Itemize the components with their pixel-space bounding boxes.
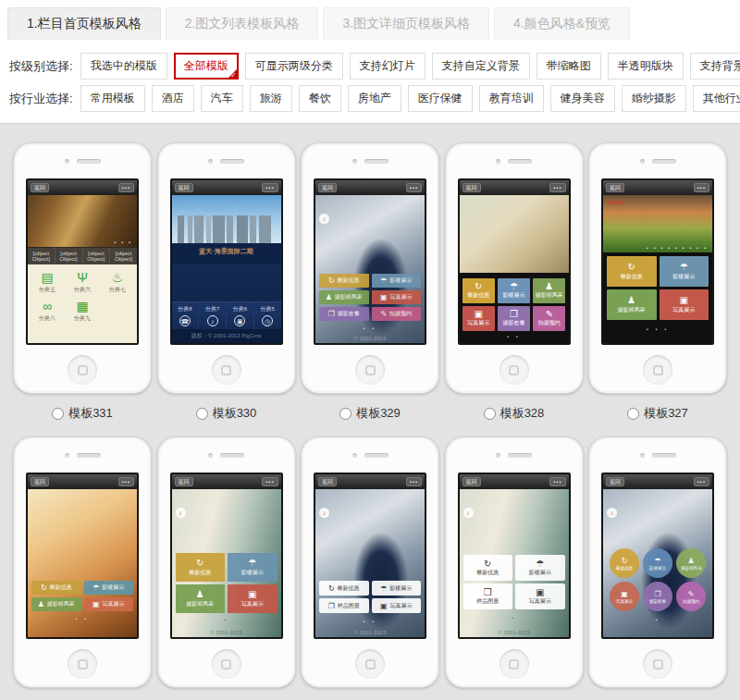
tile-label: 拍摄预约 <box>683 598 699 604</box>
filter-button[interactable]: 汽车 <box>201 85 243 112</box>
filter-label: 酒店 <box>162 92 184 104</box>
screen-titlebar: 返回 ••• <box>315 180 425 195</box>
menu-dots-icon: ••• <box>262 183 278 192</box>
screen-tile: ♟ 摄影师风采 <box>533 278 565 303</box>
template-preview[interactable]: 返回 ••• ↻ 最新优惠 ☂ 影楼展示 ♟ 摄影师风采 ▣ 写真展示 • • <box>26 473 139 639</box>
filter-button[interactable]: 房地产 <box>348 85 401 112</box>
template-preview[interactable]: 返回 ••• ↻ 最新优惠 ☂ 影楼展示 ♟ 摄影师风采 ▣ 写真展示 • © … <box>170 473 283 639</box>
camera-dot <box>496 159 500 164</box>
template-radio[interactable] <box>484 408 496 420</box>
tile-label: 摄影套餐 <box>338 310 360 318</box>
filter-button[interactable]: 健身美容 <box>550 85 615 112</box>
filter-button[interactable]: 全部模版 <box>174 53 239 80</box>
phone-mockup[interactable]: 返回 ••• • • • • • • • • • ↻ 最新优惠 ☂ 影楼展示 ♟… <box>445 142 584 394</box>
phone-mockup[interactable]: 返回 ••• BAYLI • • • • • • • • • ↻ 最新优惠 ☂ … <box>588 142 727 394</box>
phone-mockup[interactable]: 返回 ••• ↻ 最新优惠 ☂ 影楼展示 ♟ 摄影师风采 ▣ 写真展示 • • <box>13 436 152 688</box>
category-label: 分类七 <box>109 286 126 294</box>
filter-button[interactable]: 旅游 <box>250 85 292 112</box>
screen-titlebar: 返回 ••• <box>460 180 569 195</box>
pager-dots: • <box>603 617 712 622</box>
screen-tile: ▣ 写真展示 <box>660 289 709 320</box>
template-radio[interactable] <box>52 408 64 420</box>
speaker-slot <box>220 159 244 164</box>
template-preview[interactable]: 返回 ••• BAYLI • • • • • • • • • ↻ 最新优惠 ☂ … <box>601 178 714 345</box>
screen-body: ↻ 最新优惠 ☂ 影楼展示 ♟ 摄影师风采 ▣ 写真展示 ❐ 摄影套餐 ✎ 拍摄… <box>460 273 569 343</box>
template-preview[interactable]: 返回 ••• • • • • • • • • • ↻ 最新优惠 ☂ 影楼展示 ♟… <box>458 178 571 345</box>
tile-label: 最新优惠 <box>338 584 360 593</box>
pager-dots: • <box>460 615 569 620</box>
tile-label: 摄影套餐 <box>649 598 666 604</box>
home-button <box>212 649 241 679</box>
template-preview[interactable]: 返回 ••• 蓝天·海景国际二期 分类8 ☎ 分类7 ♪ 分类6 ▣ 分类5 ◷… <box>170 178 283 345</box>
tile-icon: ↻ <box>328 276 335 285</box>
template-option[interactable]: 模板331 <box>52 405 113 422</box>
phone-mockup[interactable]: 返回 ••• ↻ 最新优惠 ☂ 影楼展示 ❐ 样品图册 ▣ 写真展示 • © 2… <box>445 436 584 688</box>
template-radio[interactable] <box>339 408 352 420</box>
tile-icon: ❐ <box>484 588 492 596</box>
home-button <box>643 649 672 679</box>
tile-label: 影楼展示 <box>241 569 264 577</box>
phone-mockup[interactable]: 返回 ••• ↻ 最新优惠 ☂ 影楼展示 ❐ 样品图册 ▣ 写真展示 • • ©… <box>301 436 439 688</box>
tile-menu: ↻ 最新优惠 ☂ 影楼展示 ♟ 摄影师风采 ▣ 写真展示 ❐ 摄影套餐 ✎ 拍摄… <box>610 548 706 611</box>
filter-button[interactable]: 婚纱摄影 <box>622 85 686 112</box>
template-preview[interactable]: 返回 ••• ↻ 最新优惠 ☂ 影楼展示 ♟ 摄影师风采 ▣ 写真展示 ❐ 摄影… <box>314 178 426 345</box>
template-name: 模板329 <box>356 405 401 422</box>
tile-icon: ♟ <box>38 600 44 608</box>
phone-mockup[interactable]: 返回 ••• ↻ 最新优惠 ☂ 影楼展示 ♟ 摄影师风采 ▣ 写真展示 ❐ 摄影… <box>588 436 727 688</box>
template-option[interactable]: 模板330 <box>196 405 257 422</box>
filter-button[interactable]: 我选中的模版 <box>80 53 167 80</box>
speaker-slot <box>220 453 244 458</box>
filter-button[interactable]: 餐饮 <box>299 85 341 112</box>
template-radio[interactable] <box>196 408 208 420</box>
template-radio[interactable] <box>627 408 639 420</box>
filter-button[interactable]: 酒店 <box>152 85 194 112</box>
camera-dot <box>352 453 357 458</box>
template-preview[interactable]: 返回 ••• ↻ 最新优惠 ☂ 影楼展示 ♟ 摄影师风采 ▣ 写真展示 ❐ 摄影… <box>601 473 714 639</box>
phone-mockup[interactable]: 返回 ••• 蓝天·海景国际二期 分类8 ☎ 分类7 ♪ 分类6 ▣ 分类5 ◷… <box>157 142 296 394</box>
tab-label: 4.颜色风格&预览 <box>513 16 610 31</box>
filter-button[interactable]: 其他行业 <box>693 85 740 112</box>
pager-dots: • • • <box>603 326 712 332</box>
filter-button[interactable]: 带缩略图 <box>536 53 601 80</box>
tile-icon: ↻ <box>41 583 47 592</box>
tile-menu: ↻ 最新优惠 ☂ 影楼展示 ❐ 样品图册 ▣ 写真展示 <box>319 581 421 613</box>
phone-mockup[interactable]: 返回 ••• • • • [object Object] [object Obj… <box>13 142 152 394</box>
tile-icon: ♟ <box>326 293 332 301</box>
tile-icon: ♟ <box>687 557 694 565</box>
tile-icon: ▣ <box>680 296 688 304</box>
filter-button[interactable]: 半透明版块 <box>608 53 684 80</box>
phone-mockup[interactable]: 返回 ••• ↻ 最新优惠 ☂ 影楼展示 ♟ 摄影师风采 ▣ 写真展示 • © … <box>157 436 296 688</box>
screen-titlebar: 返回 ••• <box>460 474 569 489</box>
filter-label: 健身美容 <box>561 92 605 104</box>
tile-icon: ▣ <box>92 600 100 608</box>
template-option[interactable]: 模板328 <box>484 405 545 422</box>
filter-button[interactable]: 常用模板 <box>80 85 145 112</box>
screen-body: ↻ 最新优惠 ☂ 影楼展示 ♟ 摄影师风采 ▣ 写真展示 • • • <box>603 252 712 343</box>
filter-button[interactable]: 可显示两级分类 <box>245 53 343 80</box>
filter-button[interactable]: 支持自定义背景 <box>432 53 530 80</box>
tile-menu: ↻ 最新优惠 ☂ 影楼展示 ♟ 摄影师风采 ▣ 写真展示 <box>176 553 278 613</box>
filter-button[interactable]: 支持背景音乐 <box>690 53 740 80</box>
filter-button[interactable]: 医疗保健 <box>408 85 473 112</box>
tile-label: 最新优惠 <box>50 583 72 592</box>
tab[interactable]: 4.颜色风格&预览 <box>494 7 630 40</box>
template-preview[interactable]: 返回 ••• • • • [object Object] [object Obj… <box>26 178 139 345</box>
tab[interactable]: 1.栏目首页模板风格 <box>7 7 161 40</box>
filter-button[interactable]: 教育培训 <box>479 85 544 112</box>
filter-button[interactable]: 支持幻灯片 <box>350 53 426 80</box>
tile-label: 写真展示 <box>529 597 551 606</box>
template-preview[interactable]: 返回 ••• ↻ 最新优惠 ☂ 影楼展示 ❐ 样品图册 ▣ 写真展示 • • ©… <box>314 473 426 639</box>
tile-icon: ☂ <box>92 583 99 592</box>
copyright-text: © 2001-2013 <box>460 630 569 635</box>
tab[interactable]: 2.图文列表模板风格 <box>166 7 319 40</box>
template-option[interactable]: 模板327 <box>627 405 688 422</box>
phone-mockup[interactable]: 返回 ••• ↻ 最新优惠 ☂ 影楼展示 ♟ 摄影师风采 ▣ 写真展示 ❐ 摄影… <box>301 142 439 394</box>
music-icon <box>463 508 474 518</box>
screen-tile: ♟ 摄影师风采 <box>31 597 81 611</box>
tab[interactable]: 3.图文详细页模板风格 <box>323 7 489 40</box>
template-option[interactable]: 模板329 <box>339 405 401 422</box>
tile-label: 影楼展示 <box>529 569 551 577</box>
template-card: 返回 ••• ↻ 最新优惠 ☂ 影楼展示 ❐ 样品图册 ▣ 写真展示 • • ©… <box>301 436 439 700</box>
screen-tile: ❐ 样品图册 <box>463 583 513 609</box>
template-preview[interactable]: 返回 ••• ↻ 最新优惠 ☂ 影楼展示 ❐ 样品图册 ▣ 写真展示 • © 2… <box>458 473 571 639</box>
